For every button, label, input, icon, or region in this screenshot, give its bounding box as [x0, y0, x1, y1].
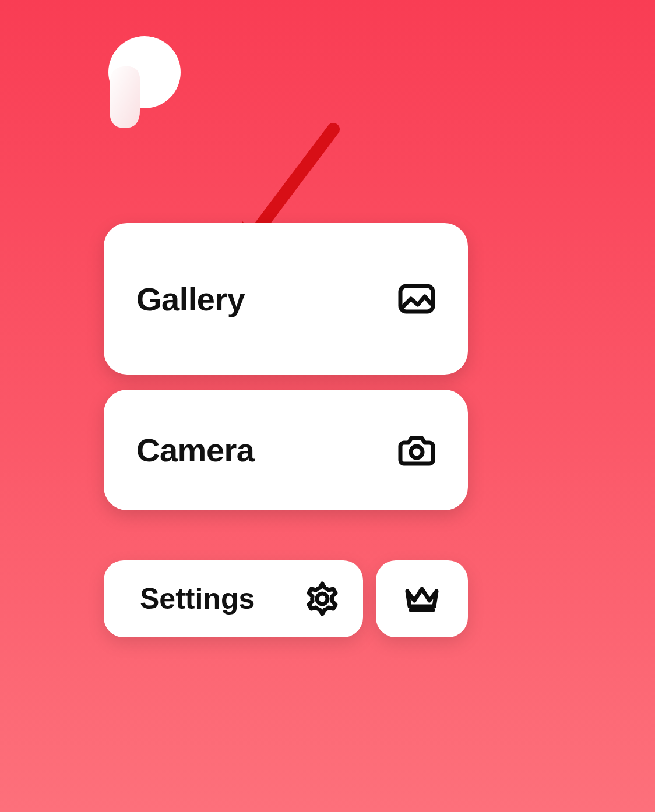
gear-icon [305, 581, 340, 616]
camera-label: Camera [136, 431, 254, 469]
gallery-label: Gallery [136, 280, 245, 318]
menu-container: Gallery Camera Settings [104, 223, 468, 637]
camera-button[interactable]: Camera [104, 390, 468, 510]
settings-label: Settings [140, 582, 255, 616]
camera-icon [398, 435, 435, 466]
bottom-row: Settings [104, 560, 468, 637]
gallery-button[interactable]: Gallery [104, 223, 468, 375]
svg-point-5 [317, 594, 328, 604]
app-logo [104, 36, 185, 129]
svg-point-4 [411, 446, 422, 458]
crown-icon [404, 584, 440, 613]
premium-button[interactable] [376, 560, 468, 637]
image-icon [398, 284, 435, 314]
settings-button[interactable]: Settings [104, 560, 363, 637]
